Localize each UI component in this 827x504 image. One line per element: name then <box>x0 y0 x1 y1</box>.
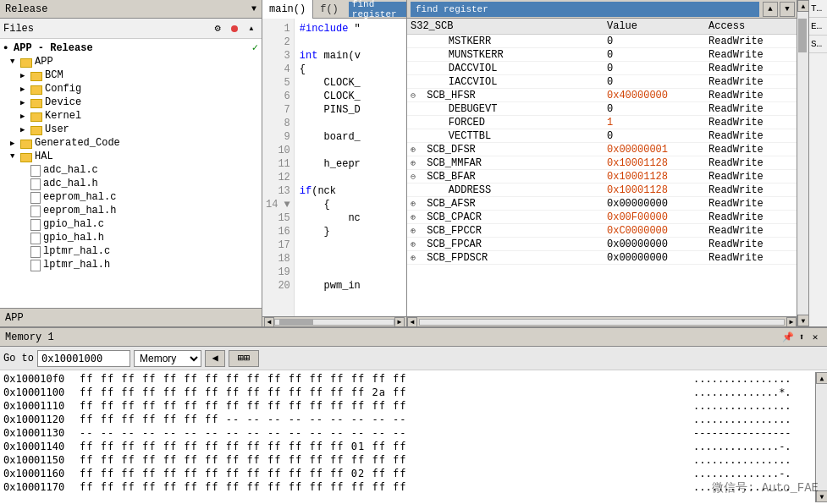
reg-row-mstkerr[interactable]: MSTKERR 0 ReadWrite <box>407 35 797 48</box>
line-4: 4 <box>262 63 294 76</box>
tree-item-kernel[interactable]: ▶ Kernel <box>0 109 262 123</box>
reg-row-scb-fpcar[interactable]: ⊕ SCB_FPCAR 0x00000000 ReadWrite <box>407 238 797 251</box>
mem-addr-6: 0x10001150 <box>3 454 80 466</box>
tree-item-config[interactable]: ▶ Config <box>0 82 262 96</box>
reg-value-vecttbl: 0 <box>607 130 708 142</box>
memory-close-btn[interactable]: ✕ <box>808 331 822 344</box>
editor-scrollbar: ◀ ▶ <box>262 316 406 326</box>
check-icon: ✓ <box>252 41 258 54</box>
mem-vscroll-up[interactable]: ▲ <box>816 372 827 384</box>
tree-item-app[interactable]: ▼ APP <box>0 55 262 68</box>
memory-pin-btn[interactable]: 📌 <box>781 331 795 344</box>
reg-row-scb-afsr[interactable]: ⊕ SCB_AFSR 0x00000000 ReadWrite <box>407 197 797 211</box>
line-20: 20 <box>262 279 294 293</box>
files-toolbar: Files ▲ <box>0 19 262 39</box>
tree-item-generated-code[interactable]: ▶ Generated_Code <box>0 136 262 150</box>
reg-row-scb-fpccr[interactable]: ⊕ SCB_FPCCR 0xC0000000 ReadWrite <box>407 224 797 238</box>
mem-vscroll-track[interactable] <box>816 384 827 490</box>
scroll-track-h[interactable] <box>274 319 394 326</box>
mem-addr-0: 0x100010f0 <box>3 373 80 385</box>
scroll-left-btn[interactable]: ◀ <box>264 317 274 327</box>
reg-row-iaccviol[interactable]: IACCVIOL 0 ReadWrite <box>407 75 797 89</box>
mem-bytes-6: ff ff ff ff ff ff ff ff ff ff ff ff ff f… <box>80 454 686 466</box>
tree-item-bcm[interactable]: ▶ BCM <box>0 68 262 82</box>
tree-item-user[interactable]: ▶ User <box>0 123 262 136</box>
mem-type-select[interactable]: Memory <box>134 350 201 367</box>
tree-item-device[interactable]: ▶ Device <box>0 96 262 109</box>
mem-cols-btn[interactable]: ⊞⊞ <box>229 350 259 367</box>
mem-addr-1: 0x10001100 <box>3 386 80 398</box>
reg-row-forced[interactable]: FORCED 1 ReadWrite <box>407 116 797 129</box>
far-right-item-the[interactable]: The <box>809 0 827 18</box>
memory-content: 0x100010f0 ff ff ff ff ff ff ff ff ff ff… <box>0 370 827 504</box>
mem-row-4: 0x10001130 -- -- -- -- -- -- -- -- -- --… <box>0 426 815 440</box>
tree-label-config: Config <box>45 83 81 95</box>
reg-row-scb-mmfar[interactable]: ⊕ SCB_MMFAR 0x10001128 ReadWrite <box>407 156 797 170</box>
tree-item-gpio-hal-c[interactable]: gpio_hal.c <box>0 217 262 231</box>
far-right-item-see[interactable]: See <box>809 36 827 53</box>
code-line-13: if(nck <box>300 184 401 198</box>
tree-item-gpio-hal-h[interactable]: gpio_hal.h <box>0 231 262 244</box>
editor-tab-label: main() <box>269 3 306 15</box>
reg-vscroll-down[interactable]: ▼ <box>797 315 809 326</box>
reg-row-scb-dfsr[interactable]: ⊕ SCB_DFSR 0x00000001 ReadWrite <box>407 143 797 156</box>
mem-rows[interactable]: 0x100010f0 ff ff ff ff ff ff ff ff ff ff… <box>0 372 815 502</box>
reg-vscroll-track[interactable] <box>797 12 808 315</box>
editor-search-box[interactable]: find register <box>349 2 406 17</box>
tree-item-eeprom-hal-c[interactable]: eeprom_hal.c <box>0 190 262 204</box>
reg-row-address[interactable]: ADDRESS 0x10001128 ReadWrite <box>407 184 797 197</box>
tree-label-adc-c: adc_hal.c <box>43 164 98 176</box>
reg-vscroll-up[interactable]: ▲ <box>797 0 809 12</box>
tree-item-adc-hal-c[interactable]: adc_hal.c <box>0 163 262 177</box>
tree-item-hal[interactable]: ▼ HAL <box>0 150 262 163</box>
mem-row-2: 0x10001110 ff ff ff ff ff ff ff ff ff ff… <box>0 399 815 413</box>
memory-float-btn[interactable]: ⬆ <box>795 331 808 344</box>
tree-item-lptmr-hal-c[interactable]: lptmr_hal.c <box>0 244 262 258</box>
reg-access-mstkerr: ReadWrite <box>708 36 793 47</box>
reg-access-address: ReadWrite <box>708 184 793 196</box>
reg-row-scb-hfsr[interactable]: ⊖ SCB_HFSR 0x40000000 ReadWrite <box>407 89 797 102</box>
reg-value-scb-afsr: 0x00000000 <box>607 198 708 210</box>
reg-name-scb-hfsr: ⊖ SCB_HFSR <box>411 90 607 101</box>
reg-row-munstkerr[interactable]: MUNSTKERR 0 ReadWrite <box>407 48 797 62</box>
far-right-item-exc[interactable]: Exc <box>809 18 827 36</box>
panel-collapse-arrow[interactable]: ▼ <box>251 4 256 14</box>
tree-item-adc-hal-h[interactable]: adc_hal.h <box>0 177 262 190</box>
func-label: f() <box>313 2 345 17</box>
tree-label-eeprom-c: eeprom_hal.c <box>43 191 116 203</box>
main-container: Release ▼ Files ▲ ● APP - Release ✓ <box>0 0 827 504</box>
reg-row-daccviol[interactable]: DACCVIOL 0 ReadWrite <box>407 62 797 75</box>
code-line-16: } <box>300 225 401 238</box>
reg-row-debugevt[interactable]: DEBUGEVT 0 ReadWrite <box>407 102 797 116</box>
reg-hscroll-right[interactable]: ▶ <box>786 317 797 327</box>
tree-expand-hal: ▼ <box>10 152 20 161</box>
tree-item-app-release[interactable]: ● APP - Release ✓ <box>0 41 262 55</box>
mem-bytes-3: ff ff ff ff ff ff ff -- -- -- -- -- -- -… <box>80 414 686 425</box>
editor-tab-main[interactable]: main() <box>262 0 313 19</box>
scroll-right-btn[interactable]: ▶ <box>394 317 405 327</box>
reg-scroll-up[interactable]: ▲ <box>763 2 778 17</box>
line-7: 7 <box>262 103 294 117</box>
file-tree[interactable]: ● APP - Release ✓ ▼ APP ▶ BCM <box>0 39 262 308</box>
folder-icon-config <box>30 85 42 95</box>
reg-rows[interactable]: MSTKERR 0 ReadWrite MUNSTKERR 0 ReadWrit… <box>407 35 797 314</box>
reg-hscroll-track[interactable] <box>419 319 785 326</box>
mem-vscroll-down[interactable]: ▼ <box>816 490 827 502</box>
reg-hscroll-left[interactable]: ◀ <box>407 317 417 327</box>
tree-item-eeprom-hal-h[interactable]: eeprom_hal.h <box>0 204 262 217</box>
register-search-box[interactable]: find register <box>411 2 759 17</box>
scroll-up-btn[interactable]: ▲ <box>245 22 258 36</box>
folder-icon-app <box>20 58 32 68</box>
reg-row-scb-bfar[interactable]: ⊖ SCB_BFAR 0x10001128 ReadWrite <box>407 170 797 184</box>
file-icon-eeprom-c <box>30 192 41 204</box>
reg-scroll-down[interactable]: ▼ <box>780 2 795 17</box>
mem-prev-btn[interactable]: ◀ <box>205 350 225 367</box>
addr-input[interactable] <box>37 350 130 367</box>
code-line-20: pwm_in <box>300 279 401 293</box>
reg-row-scb-cpacr[interactable]: ⊕ SCB_CPACR 0x00F00000 ReadWrite <box>407 211 797 224</box>
gear-icon[interactable] <box>211 22 224 36</box>
reg-row-vecttbl[interactable]: VECTTBL 0 ReadWrite <box>407 129 797 143</box>
code-content[interactable]: #include " int main(v { CLOCK_ CLOCK_ PI… <box>295 19 406 316</box>
tree-item-lptmr-hal-h[interactable]: lptmr_hal.h <box>0 258 262 271</box>
reg-row-scb-fpdscr[interactable]: ⊕ SCB_FPDSCR 0x00000000 ReadWrite <box>407 251 797 265</box>
